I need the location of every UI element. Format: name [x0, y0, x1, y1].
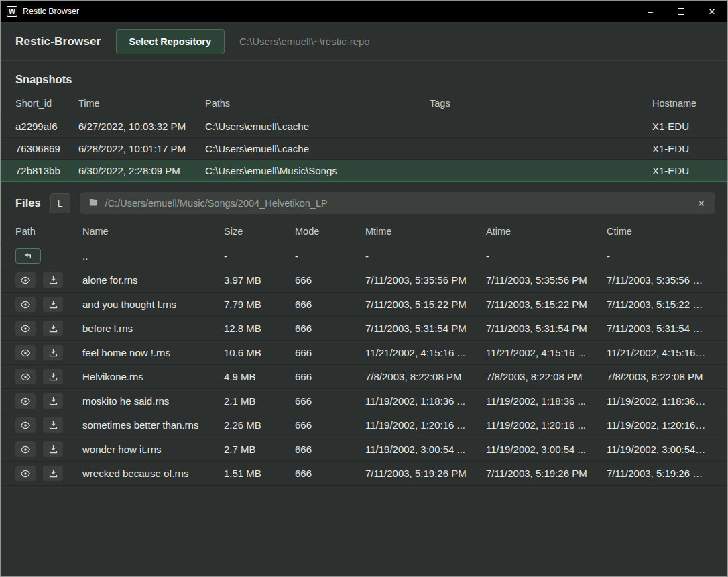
snapshot-row[interactable]: 76306869 6/28/2022, 10:01:17 PM C:\Users… — [1, 138, 727, 160]
files-path-bar[interactable]: /C:/Users/emuell/Music/Songs/2004_Helvet… — [80, 192, 715, 214]
download-icon — [48, 348, 58, 358]
download-file-button[interactable] — [43, 441, 63, 457]
file-ctime: 7/8/2003, 8:22:08 PM — [607, 371, 713, 382]
restic-browser-window: W Restic Browser – ✕ Restic-Browser Sele… — [0, 0, 728, 577]
file-atime: 11/19/2002, 1:20:16 ... — [486, 419, 607, 431]
file-ctime: 7/11/2003, 5:15:22 PM — [607, 299, 713, 310]
file-name: Helvikone.rns — [82, 371, 224, 382]
file-mtime: - — [365, 250, 486, 262]
return-up-icon — [23, 251, 34, 262]
file-name[interactable]: .. — [82, 250, 224, 262]
file-name: before l.rns — [82, 323, 224, 334]
col-mtime: Mtime — [365, 226, 486, 237]
col-time: Time — [78, 98, 205, 109]
view-file-button[interactable] — [15, 272, 36, 288]
file-mtime: 11/19/2002, 1:18:36 ... — [365, 395, 486, 407]
file-atime: 7/8/2003, 8:22:08 PM — [486, 371, 607, 382]
snapshot-row[interactable]: a2299af6 6/27/2022, 10:03:32 PM C:\Users… — [1, 115, 727, 138]
snapshot-paths: C:\Users\emuell\.cache — [205, 143, 430, 154]
eye-icon — [20, 275, 31, 286]
view-file-button[interactable] — [15, 369, 36, 384]
snapshot-row-selected[interactable]: 72b813bb 6/30/2022, 2:28:09 PM C:\Users\… — [1, 160, 727, 182]
files-bar: Files L /C:/Users/emuell/Music/Songs/200… — [1, 182, 727, 221]
file-name: feel home now !.rns — [82, 347, 224, 358]
files-path-value: /C:/Users/emuell/Music/Songs/2004_Helvet… — [105, 198, 690, 209]
eye-icon — [20, 444, 31, 455]
download-file-button[interactable] — [43, 321, 63, 336]
file-mtime: 7/11/2003, 5:15:22 PM — [365, 299, 486, 310]
view-file-button[interactable] — [15, 297, 36, 312]
snapshot-time: 6/27/2022, 10:03:32 PM — [78, 121, 205, 132]
tree-view-toggle-button[interactable]: L — [50, 193, 70, 213]
view-file-button[interactable] — [15, 321, 36, 336]
file-row: wonder how it.rns 2.7 MB 666 11/19/2002,… — [1, 437, 727, 462]
eye-icon — [20, 323, 31, 334]
go-up-button[interactable] — [15, 248, 41, 264]
view-file-button[interactable] — [15, 417, 36, 433]
file-row: and you thought l.rns 7.79 MB 666 7/11/2… — [1, 293, 727, 317]
download-file-button[interactable] — [43, 272, 63, 288]
download-file-button[interactable] — [43, 369, 63, 384]
file-ctime: 7/11/2003, 5:35:56 PM — [607, 274, 713, 286]
view-file-button[interactable] — [15, 393, 36, 409]
file-size: 10.6 MB — [224, 347, 295, 358]
snapshot-time: 6/28/2022, 10:01:17 PM — [78, 143, 205, 154]
file-mode: 666 — [295, 443, 365, 455]
file-atime: - — [486, 250, 607, 262]
file-size: 12.8 MB — [224, 323, 295, 334]
download-file-button[interactable] — [43, 393, 63, 409]
col-size: Size — [224, 226, 295, 237]
file-size: 1.51 MB — [224, 468, 295, 479]
minimize-button[interactable]: – — [635, 1, 666, 22]
eye-icon — [20, 348, 31, 358]
snapshot-paths: C:\Users\emuell\.cache — [205, 121, 430, 132]
file-mtime: 7/8/2003, 8:22:08 PM — [365, 371, 486, 382]
file-size: - — [224, 250, 295, 262]
snapshot-short-id: 76306869 — [15, 143, 78, 154]
download-icon — [48, 468, 58, 478]
maximize-button[interactable] — [666, 1, 696, 22]
repository-path: C:\Users\emuell\~\restic-repo — [239, 36, 370, 47]
clear-path-icon[interactable]: ✕ — [696, 198, 707, 209]
download-icon — [48, 275, 58, 285]
file-ctime: 7/11/2003, 5:31:54 PM — [607, 323, 713, 334]
view-file-button[interactable] — [15, 345, 36, 360]
download-file-button[interactable] — [43, 466, 63, 481]
file-atime: 11/21/2002, 4:15:16 ... — [486, 347, 607, 358]
file-row: sometimes better than.rns 2.26 MB 666 11… — [1, 413, 727, 437]
app-brand: Restic-Browser — [15, 35, 101, 48]
file-mode: - — [295, 250, 365, 262]
file-mtime: 11/19/2002, 1:20:16 ... — [365, 419, 486, 431]
files-table-header: Path Name Size Mode Mtime Atime Ctime — [1, 221, 727, 244]
col-hostname: Hostname — [652, 98, 713, 109]
download-file-button[interactable] — [43, 297, 63, 312]
file-size: 2.26 MB — [224, 419, 295, 431]
file-name: wrecked because of.rns — [82, 468, 224, 479]
eye-icon — [20, 468, 31, 479]
view-file-button[interactable] — [15, 441, 36, 457]
file-mtime: 7/11/2003, 5:35:56 PM — [365, 274, 486, 286]
maximize-icon — [678, 8, 684, 15]
download-icon — [48, 396, 58, 406]
file-row: alone for.rns 3.97 MB 666 7/11/2003, 5:3… — [1, 268, 727, 293]
file-mode: 666 — [295, 468, 365, 479]
titlebar: W Restic Browser – ✕ — [1, 1, 727, 22]
snapshots-title: Snapshots — [1, 61, 727, 86]
download-file-button[interactable] — [43, 417, 63, 433]
download-icon — [48, 372, 58, 382]
close-button[interactable]: ✕ — [696, 1, 727, 22]
download-file-button[interactable] — [43, 345, 63, 360]
download-icon — [48, 420, 58, 430]
snapshot-time: 6/30/2022, 2:28:09 PM — [78, 165, 205, 176]
file-ctime: 11/19/2002, 1:20:16 ... — [607, 419, 713, 431]
eye-icon — [20, 396, 31, 407]
file-mtime: 11/19/2002, 3:00:54 ... — [365, 443, 486, 455]
select-repository-button[interactable]: Select Repository — [116, 29, 225, 54]
file-name: sometimes better than.rns — [82, 419, 224, 431]
snapshots-table-header: Short_id Time Paths Tags Hostname — [1, 86, 727, 115]
file-row: moskito he said.rns 2.1 MB 666 11/19/200… — [1, 389, 727, 413]
file-ctime: 11/21/2002, 4:15:16 ... — [607, 347, 713, 358]
col-atime: Atime — [486, 226, 607, 237]
file-mode: 666 — [295, 395, 365, 407]
view-file-button[interactable] — [15, 466, 36, 481]
